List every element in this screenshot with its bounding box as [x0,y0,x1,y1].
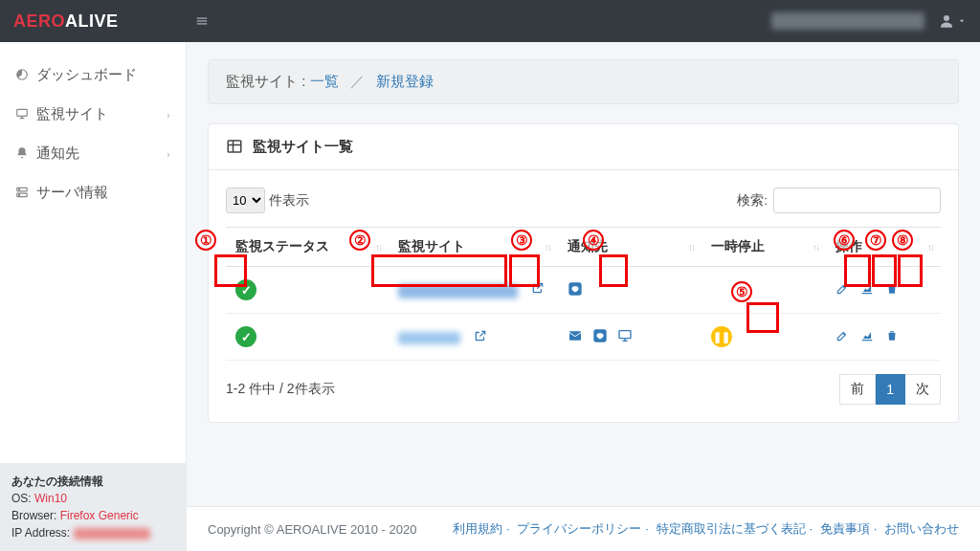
breadcrumb-new-link[interactable]: 新規登録 [376,73,434,89]
svg-point-8 [19,189,20,190]
bell-icon [15,146,36,162]
svg-rect-14 [619,330,631,338]
footer-links: 利用規約· プライバシーポリシー· 特定商取引法に基づく表記· 免責事項· お問… [453,520,959,538]
svg-rect-5 [17,110,28,117]
pagination: 前 1 次 [839,374,941,405]
chart-icon[interactable] [860,282,874,296]
trash-icon[interactable] [885,282,899,296]
site-table: 監視ステータス↑↓ 監視サイト↑↓ 通知先↑↓ 一時停止↑↓ 操作↑↓ ✓ [226,227,941,361]
table-info: 1-2 件中 / 2件表示 [226,381,335,398]
site-name-masked[interactable] [398,284,518,298]
line-app-icon [592,328,608,343]
caret-down-icon [957,16,967,26]
sidebar: ダッシュボード 監視サイト › 通知先 › サーバ情報 あなたの接続情報 OS:… [0,42,187,551]
external-link-icon[interactable] [531,281,545,295]
monitor-icon [617,328,633,343]
user-name-masked [771,12,924,30]
site-name-masked[interactable] [398,332,460,344]
svg-rect-12 [569,331,581,340]
svg-rect-10 [228,141,241,152]
search-label: 検索: [737,192,768,209]
external-link-icon[interactable] [474,329,487,342]
svg-rect-1 [196,20,207,21]
line-app-icon [568,281,583,297]
conn-os-value: Win10 [34,492,67,505]
footer-link[interactable]: 特定商取引法に基づく表記 [657,521,806,536]
sidebar-item-label: ダッシュボード [36,66,170,84]
page-length-suffix: 件表示 [269,193,309,208]
breadcrumb-root: 監視サイト : [226,73,305,89]
sidebar-item-notify[interactable]: 通知先 › [0,134,186,173]
pager-page-1[interactable]: 1 [876,374,905,405]
page-length-select[interactable]: 10 [226,187,265,213]
brand-logo: AEROALIVE [13,11,119,32]
chart-icon[interactable] [860,329,874,342]
footer: Copyright © AEROALIVE 2010 - 2020 利用規約· … [187,506,980,551]
card-title: 監視サイト一覧 [253,138,353,156]
edit-icon[interactable] [835,282,849,296]
table-icon [226,138,243,156]
breadcrumb: 監視サイト : 一覧 ／ 新規登録 [208,59,959,104]
table-row: ✓ ❚❚ [226,314,941,361]
svg-point-9 [19,195,20,196]
svg-point-3 [944,15,949,21]
col-action[interactable]: 操作↑↓ [826,228,941,267]
pause-icon[interactable]: ❚❚ [711,326,732,347]
footer-link[interactable]: プライバシーポリシー [517,521,641,536]
col-pause[interactable]: 一時停止↑↓ [702,228,826,267]
server-icon [15,186,36,201]
status-ok-icon: ✓ [235,279,256,300]
pager-prev[interactable]: 前 [839,374,876,405]
chevron-right-icon: › [167,109,170,121]
footer-link[interactable]: 免責事項 [820,521,870,536]
conn-info-title: あなたの接続情報 [11,474,103,488]
col-notify[interactable]: 通知先↑↓ [558,228,702,267]
pager-next[interactable]: 次 [905,374,941,405]
sidebar-item-dashboard[interactable]: ダッシュボード [0,55,186,95]
edit-icon[interactable] [835,329,849,342]
annotation-1: ① [195,230,216,251]
top-navbar: AEROALIVE [0,0,980,42]
conn-ip-masked [74,528,150,540]
sidebar-item-sites[interactable]: 監視サイト › [0,95,186,134]
footer-link[interactable]: お問い合わせ [884,521,959,536]
col-site[interactable]: 監視サイト↑↓ [389,228,558,267]
footer-copyright: Copyright © AEROALIVE 2010 - 2020 [208,522,416,537]
sidebar-item-label: 監視サイト [36,105,167,123]
sidebar-item-label: サーバ情報 [36,184,170,202]
mail-icon [568,328,583,343]
sidebar-item-server[interactable]: サーバ情報 [0,173,186,212]
status-ok-icon: ✓ [235,326,256,347]
table-row: ✓ [226,267,941,314]
footer-link[interactable]: 利用規約 [453,521,502,536]
search-input[interactable] [773,187,941,213]
monitor-icon [15,107,36,122]
breadcrumb-current[interactable]: 一覧 [310,73,339,89]
gauge-icon [15,68,36,83]
user-menu[interactable] [938,12,967,30]
connection-info-panel: あなたの接続情報 OS: Win10 Browser: Firefox Gene… [0,463,186,551]
svg-rect-2 [196,23,207,24]
chevron-right-icon: › [167,148,170,160]
sidebar-item-label: 通知先 [36,144,167,163]
col-status[interactable]: 監視ステータス↑↓ [226,228,389,267]
conn-browser-value: Firefox Generic [60,509,139,522]
svg-rect-0 [196,17,207,18]
hamburger-icon[interactable] [195,13,209,29]
site-list-card: 監視サイト一覧 10 件表示 検索: [208,123,959,423]
trash-icon[interactable] [885,329,899,342]
